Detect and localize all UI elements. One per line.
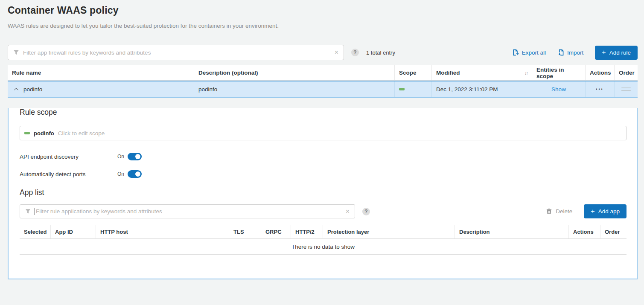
collapse-chevron-icon[interactable] [14,87,18,92]
total-entries-label: 1 total entry [366,49,395,56]
col-protection-layer: Protection layer [323,225,455,238]
plus-icon: + [591,208,594,215]
col-grpc: GRPC [261,225,291,238]
rule-scope-cell [395,81,432,97]
auto-detect-ports-state: On [117,171,124,177]
rules-filter-input[interactable] [23,49,330,56]
col-selected: Selected [20,225,51,238]
drag-handle-icon[interactable] [621,87,631,91]
scope-value: podinfo [34,130,54,137]
col-tls: TLS [229,225,261,238]
apps-table-header: Selected App ID HTTP host TLS GRPC HTTP/… [20,225,627,239]
col-http-host: HTTP host [96,225,229,238]
col-app-id: App ID [51,225,96,238]
api-endpoint-discovery-row: API endpoint discovery On [20,153,627,160]
col-app-description: Description [455,225,569,238]
text-cursor [35,208,35,215]
add-rule-button[interactable]: + Add rule [595,46,638,60]
empty-table-message: There is no data to show [20,239,627,255]
app-list-toolbar: Filter rule applications by keywords and… [20,204,627,218]
delete-label: Delete [556,208,572,215]
app-list-title: App list [20,188,627,197]
help-icon[interactable]: ? [351,49,359,56]
add-app-label: Add app [598,208,620,215]
rule-order-cell [615,81,638,97]
auto-detect-ports-toggle[interactable] [128,170,142,178]
rule-scope-title: Rule scope [20,108,627,117]
export-all-button[interactable]: Export all [512,49,546,56]
help-icon[interactable]: ? [362,208,370,215]
rules-table: Rule name Description (optional) Scope M… [8,65,638,279]
actions-menu-icon[interactable]: ••• [596,87,603,91]
add-app-button[interactable]: + Add app [584,204,627,218]
api-endpoint-discovery-label: API endpoint discovery [20,154,117,160]
rule-detail-panel: Rule scope podinfo Click to edit scope A… [8,108,638,279]
auto-detect-ports-row: Automatically detect ports On [20,170,627,178]
rule-modified-cell: Dec 1, 2022 3:11:02 PM [432,81,532,97]
delete-app-button[interactable]: Delete [546,208,572,215]
filter-funnel-icon [13,49,19,55]
col-actions: Actions [586,65,615,80]
col-rule-name: Rule name [8,65,194,80]
export-icon [512,49,519,56]
trash-icon [546,208,552,215]
apps-table: Selected App ID HTTP host TLS GRPC HTTP/… [20,225,627,255]
rule-row-podinfo[interactable]: podinfo podinfo Dec 1, 2022 3:11:02 PM S… [8,81,638,98]
container-waas-policy-page: Container WAAS policy WAAS rules are des… [0,0,644,305]
import-label: Import [567,49,583,56]
scope-collection-icon [24,132,30,134]
api-endpoint-discovery-state: On [117,154,124,160]
scope-placeholder: Click to edit scope [58,130,105,137]
rule-entities-cell: Show [532,81,586,97]
scope-collection-icon [399,88,405,90]
col-modified-label: Modified [436,70,460,76]
import-icon [557,49,564,56]
page-title: Container WAAS policy [8,0,638,16]
rule-scope-editor[interactable]: podinfo Click to edit scope [20,126,627,140]
add-rule-label: Add rule [609,49,631,56]
col-description: Description (optional) [194,65,395,80]
rules-filter-box[interactable]: × [8,45,344,60]
col-http2: HTTP/2 [291,225,323,238]
show-entities-link[interactable]: Show [551,86,566,93]
clear-filter-icon[interactable]: × [330,49,338,56]
rules-table-header: Rule name Description (optional) Scope M… [8,65,638,81]
rules-toolbar-actions: Export all Import + Add rule [512,46,638,60]
app-list-actions: Delete + Add app [546,204,627,218]
col-scope: Scope [395,65,432,80]
rule-description-cell: podinfo [194,81,395,97]
col-modified[interactable]: Modified ↓↑ [432,65,532,80]
clear-filter-icon[interactable]: × [341,208,350,215]
export-all-label: Export all [522,49,546,56]
col-app-actions: Actions [569,225,600,238]
page-subtitle: WAAS rules are designed to let you tailo… [8,23,638,29]
plus-icon: + [602,49,606,56]
import-button[interactable]: Import [557,49,583,56]
col-order: Order [615,65,638,80]
rules-toolbar: × ? 1 total entry Export all Import + Ad… [8,45,638,60]
rule-name: podinfo [23,86,42,93]
sort-icon[interactable]: ↓↑ [525,70,527,76]
app-filter-box[interactable]: Filter rule applications by keywords and… [20,204,355,218]
rule-actions-cell: ••• [586,81,615,97]
col-app-order: Order [600,225,627,238]
rule-name-cell[interactable]: podinfo [8,81,194,97]
filter-funnel-icon [25,209,31,214]
api-endpoint-discovery-toggle[interactable] [128,153,142,160]
auto-detect-ports-label: Automatically detect ports [20,171,117,177]
app-filter-placeholder: Filter rule applications by keywords and… [36,208,341,215]
col-entities-in-scope: Entities in scope [532,65,586,80]
